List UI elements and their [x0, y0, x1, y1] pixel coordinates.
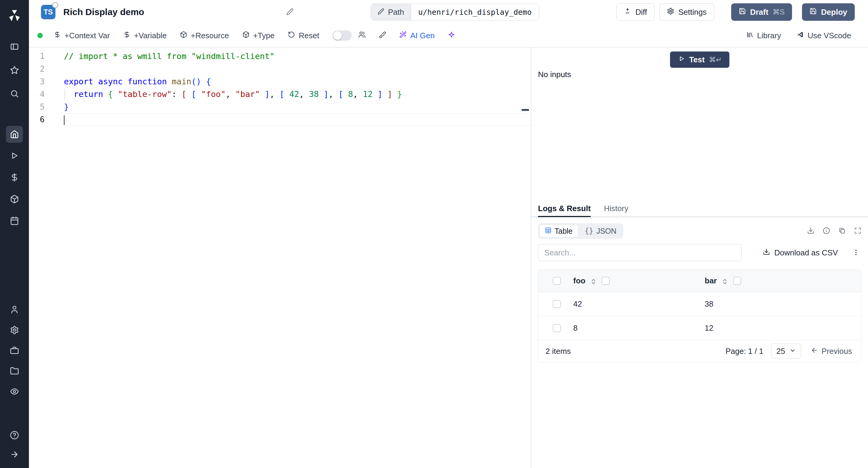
editor-toolbar: +Context Var +Variable +Resource +Type R…: [29, 24, 868, 47]
test-label: Test: [689, 55, 705, 64]
sidebar-item-users[interactable]: [6, 301, 23, 318]
kebab-icon: [852, 249, 860, 257]
edit-summary-button[interactable]: [286, 8, 293, 16]
table-row[interactable]: 812: [538, 316, 861, 340]
code-line[interactable]: [64, 113, 531, 126]
sidebar-item-home[interactable]: [6, 126, 23, 143]
format-code-button[interactable]: [379, 31, 386, 40]
line-number: 5: [29, 101, 44, 113]
dollar-icon: [54, 31, 61, 40]
code-line[interactable]: // import * as wmill from "windmill-clie…: [64, 50, 531, 63]
column-header-bar[interactable]: bar: [705, 276, 717, 286]
gear-icon: [667, 7, 674, 17]
add-variable-button[interactable]: +Variable: [123, 31, 167, 40]
expand-result-button[interactable]: [854, 227, 861, 235]
sort-icon[interactable]: [721, 278, 728, 284]
deploy-label: Deploy: [821, 7, 847, 17]
code-area[interactable]: // import * as wmill from "windmill-clie…: [63, 50, 531, 468]
download-icon: [807, 227, 814, 235]
code-line[interactable]: return { "table-row": [ [ "foo", "bar" ]…: [64, 88, 531, 101]
table-footer: 2 items Page: 1 / 1 25 Previous: [538, 340, 861, 362]
path-edit-button[interactable]: Path: [371, 4, 411, 20]
code-line[interactable]: }: [64, 101, 531, 113]
ai-gen-button[interactable]: AI Gen: [399, 31, 435, 40]
sidebar-item-favorites[interactable]: [6, 62, 23, 79]
page-indicator: Page: 1 / 1: [725, 347, 764, 356]
path-value[interactable]: u/henri/rich_display_demo: [411, 4, 539, 20]
add-context-var-button[interactable]: +Context Var: [54, 31, 110, 40]
view-toggle-table[interactable]: Table: [539, 224, 578, 238]
sidebar-item-runs[interactable]: [6, 147, 23, 164]
library-button[interactable]: Library: [746, 31, 781, 40]
draft-shortcut: ⌘S: [772, 8, 784, 16]
table-row[interactable]: 4238: [538, 292, 861, 316]
test-button[interactable]: Test ⌘↵: [670, 52, 730, 68]
view-json-label: JSON: [596, 227, 617, 235]
row-checkbox[interactable]: [553, 324, 561, 332]
tab-logs-result[interactable]: Logs & Result: [538, 200, 591, 216]
language-badge-label: TS: [44, 8, 53, 16]
collaboration-toggle[interactable]: [333, 30, 352, 41]
sidebar-item-variables[interactable]: [6, 169, 23, 186]
deploy-button[interactable]: Deploy: [802, 3, 855, 21]
result-info-button[interactable]: [823, 227, 830, 235]
add-type-label: +Type: [253, 31, 275, 40]
draft-button[interactable]: Draft ⌘S: [731, 3, 792, 21]
view-toggle-json[interactable]: {} JSON: [579, 224, 622, 238]
search-input[interactable]: [538, 244, 742, 261]
script-title: Rich Display demo: [63, 7, 286, 17]
add-context-var-label: +Context Var: [64, 31, 110, 40]
table-menu-button[interactable]: [850, 248, 861, 257]
download-result-button[interactable]: [807, 227, 814, 235]
column-checkbox-bar[interactable]: [733, 277, 741, 285]
path-pill: Path u/henri/rich_display_demo: [371, 4, 539, 21]
sidebar-item-audit-logs[interactable]: [6, 383, 23, 400]
row-checkbox[interactable]: [553, 300, 561, 308]
page-size-select[interactable]: 25: [771, 344, 801, 359]
dollar-icon: [123, 31, 130, 40]
chevron-down-icon: [789, 347, 796, 356]
sidebar-expand-button[interactable]: [6, 446, 23, 463]
pencil-icon: [286, 8, 293, 16]
download-csv-button[interactable]: Download as CSV: [761, 248, 840, 258]
add-resource-label: +Resource: [191, 31, 229, 40]
library-icon: [746, 31, 753, 40]
tab-history[interactable]: History: [604, 200, 628, 216]
add-resource-button[interactable]: +Resource: [180, 31, 229, 40]
settings-button[interactable]: Settings: [659, 3, 714, 21]
briefcase-icon: [10, 346, 19, 356]
ai-sparkles-button[interactable]: [448, 31, 455, 40]
previous-page-button[interactable]: Previous: [809, 346, 854, 356]
column-header-foo[interactable]: foo: [573, 276, 585, 286]
search-icon: [10, 89, 19, 99]
sidebar-item-help[interactable]: [6, 427, 23, 444]
download-icon: [763, 248, 770, 258]
add-type-button[interactable]: +Type: [242, 31, 275, 40]
table-grid-icon: [545, 227, 552, 235]
diff-button[interactable]: Diff: [616, 3, 655, 21]
sidebar-item-schedules[interactable]: [6, 212, 23, 230]
line-number: 2: [29, 63, 44, 75]
column-checkbox-foo[interactable]: [601, 277, 610, 285]
code-line[interactable]: [64, 63, 531, 75]
code-editor[interactable]: 123456 // import * as wmill from "windmi…: [29, 47, 531, 468]
sidebar-item-panel[interactable]: [6, 38, 23, 56]
sidebar-item-workers[interactable]: [6, 342, 23, 359]
code-line[interactable]: export async function main() {: [64, 75, 531, 88]
use-vscode-button[interactable]: Use VScode: [797, 31, 851, 40]
sidebar-item-resources[interactable]: [6, 191, 23, 208]
reset-button[interactable]: Reset: [288, 31, 319, 40]
dollar-icon: [10, 173, 19, 183]
package-icon: [242, 31, 250, 40]
copy-result-button[interactable]: [838, 227, 846, 235]
sidebar-item-settings[interactable]: [6, 322, 23, 339]
select-all-checkbox[interactable]: [553, 277, 561, 285]
windmill-logo[interactable]: [6, 7, 23, 24]
use-vscode-label: Use VScode: [807, 31, 851, 40]
sidebar-item-folders[interactable]: [6, 363, 23, 380]
table-search-row: Download as CSV: [538, 244, 861, 261]
sort-icon[interactable]: [590, 278, 597, 284]
multiplayer-button[interactable]: [358, 31, 366, 40]
cell-bar: 38: [699, 299, 861, 309]
sidebar-item-search[interactable]: [6, 86, 23, 102]
